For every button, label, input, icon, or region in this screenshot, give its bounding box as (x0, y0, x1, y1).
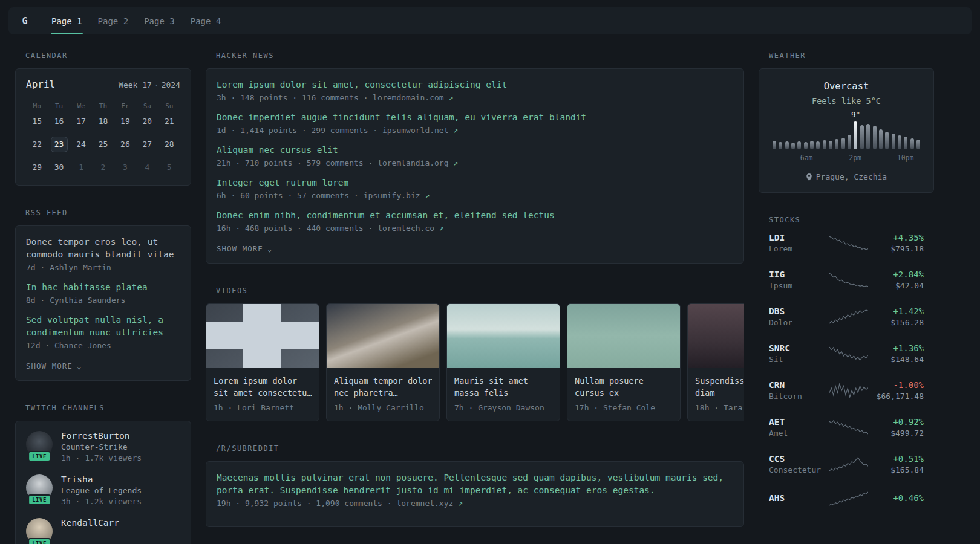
rss-item-meta: 12d · Chance Jones (26, 341, 180, 350)
twitch-channel[interactable]: LIVE Trisha League of Legends 3h · 1.2k … (26, 474, 180, 506)
hacker-news-item: Aliquam nec cursus elit 21h · 710 points… (217, 144, 733, 167)
stock-row[interactable]: DBS Dolor +1.42% $156.28 (769, 306, 924, 327)
stock-values: +1.42% $156.28 (868, 306, 924, 327)
calendar-day-cell: 17 (73, 114, 90, 129)
channel-meta: 3h · 1.2k viewers (61, 497, 142, 506)
weather-bar (773, 141, 776, 149)
stock-row[interactable]: CCS Consectetur +0.51% $165.84 (769, 454, 924, 474)
stock-identity: LDI Lorem (769, 233, 829, 253)
top-nav-bar: G Page 1 Page 2 Page 3 Page 4 (8, 7, 972, 34)
stock-row[interactable]: IIG Ipsum +2.84% $42.04 (769, 270, 924, 290)
weather-bar (892, 134, 895, 149)
stock-row[interactable]: AET Amet +0.92% $499.72 (769, 417, 924, 438)
stock-ticker: CRN (769, 380, 829, 390)
calendar-day-cell: 16 (51, 114, 68, 129)
stock-sparkline (829, 491, 868, 507)
item-source-link[interactable]: loremdomain.com (373, 93, 443, 102)
page-tab[interactable]: Page 1 (44, 7, 90, 34)
item-source-link[interactable]: loremtech.co (377, 224, 434, 233)
show-more-button[interactable]: SHOW MORE ⌄ (26, 361, 82, 371)
calendar-day-cell: 27 (139, 137, 155, 152)
calendar-month: April (26, 79, 55, 90)
stock-price: $499.72 (868, 429, 924, 438)
stock-row[interactable]: AHS +0.46% (769, 491, 924, 507)
item-source-link[interactable]: loremnet.xyz (396, 499, 453, 508)
calendar-day-cell: 15 (28, 114, 45, 129)
weather-widget-header: WEATHER (769, 51, 934, 60)
item-meta-text: 3h · 148 points · 116 comments · (217, 93, 373, 102)
channel-avatar: LIVE (26, 431, 53, 458)
stock-identity: AHS (769, 493, 829, 505)
stock-change: +0.46% (868, 493, 924, 503)
rss-item-list: Donec tempor eros leo, ut commodo mauris… (26, 236, 180, 350)
live-badge: LIVE (28, 451, 51, 462)
weather-bar (816, 141, 820, 149)
item-source-link[interactable]: ipsumify.biz (364, 191, 420, 200)
stock-row[interactable]: LDI Lorem +4.35% $795.18 (769, 233, 924, 253)
hacker-news-item-title[interactable]: Donec enim nibh, condimentum et accumsan… (217, 209, 733, 222)
stock-ticker: SNRC (769, 343, 829, 353)
rss-item-title[interactable]: Donec tempor eros leo, ut commodo mauris… (26, 236, 180, 261)
weather-widget: WEATHER Overcast Feels like 5°C 9° 6am 2… (759, 51, 934, 193)
hacker-news-item-title[interactable]: Integer eget rutrum lorem (217, 176, 733, 189)
page-tab[interactable]: Page 2 (90, 7, 137, 34)
calendar-day-cell: 1 (73, 160, 90, 175)
time-label: 10pm (897, 154, 914, 162)
stock-price: $66,171.48 (868, 392, 924, 401)
stock-change: +1.42% (868, 306, 924, 316)
video-meta: 1h · Lori Barnett (214, 403, 312, 412)
rss-item-meta: 7d · Ashlyn Martin (26, 263, 180, 272)
video-card[interactable]: Mauris sit amet massa felis 7h · Grayson… (446, 303, 560, 421)
calendar-day-cell: 19 (117, 114, 134, 129)
show-more-button[interactable]: SHOW MORE ⌄ (217, 244, 273, 253)
item-source-link[interactable]: ipsumworld.net (382, 126, 449, 135)
subreddit-item-title[interactable]: Maecenas mollis pulvinar erat non posuer… (217, 471, 733, 497)
hacker-news-item-title[interactable]: Lorem ipsum dolor sit amet, consectetur … (217, 79, 733, 91)
channel-avatar: LIVE (26, 474, 53, 501)
video-thumbnail (567, 304, 680, 368)
page-tab[interactable]: Page 3 (136, 7, 183, 34)
channel-name: Trisha (61, 474, 142, 484)
hacker-news-widget-header: HACKER NEWS (216, 51, 744, 60)
stock-row[interactable]: CRN Bitcorn -1.00% $66,171.48 (769, 380, 924, 401)
stock-row[interactable]: SNRC Sit +1.36% $148.64 (769, 343, 924, 364)
hacker-news-item-meta: 3h · 148 points · 116 comments · loremdo… (217, 93, 733, 102)
video-card[interactable]: Aliquam tempor dolor nec pharetra… 1h · … (326, 303, 440, 421)
stock-change: +4.35% (868, 233, 924, 242)
time-label: 6am (800, 154, 813, 162)
hacker-news-item-title[interactable]: Aliquam nec cursus elit (217, 144, 733, 157)
stock-identity: SNRC Sit (769, 343, 829, 364)
page-tab[interactable]: Page 4 (183, 7, 229, 34)
app-logo[interactable]: G (16, 12, 34, 30)
stock-name: Amet (769, 429, 829, 438)
twitch-card: LIVE ForrestBurton Counter-Strike 1h · 1… (15, 421, 191, 544)
weather-condition: Overcast (769, 81, 924, 92)
rss-item-title[interactable]: In hac habitasse platea (26, 281, 180, 294)
hacker-news-item-title[interactable]: Donec imperdiet augue tincidunt felis al… (217, 111, 733, 124)
weather-bar (879, 129, 883, 149)
rss-item-title[interactable]: Sed volutpat nulla nisl, a condimentum n… (26, 314, 180, 339)
video-card[interactable]: Lorem ipsum dolor sit amet consectetu… 1… (206, 303, 319, 421)
calendar-weekday: Th (92, 102, 114, 110)
twitch-channel[interactable]: LIVE ForrestBurton Counter-Strike 1h · 1… (26, 431, 180, 462)
calendar-day-cell: 25 (94, 137, 111, 152)
twitch-channel[interactable]: LIVE KendallCarr (26, 518, 180, 544)
item-source-link[interactable]: loremlandia.org (377, 158, 448, 167)
video-card[interactable]: Nullam posuere cursus ex 17h · Stefan Co… (567, 303, 681, 421)
weather-current-temp: 9° (851, 110, 860, 119)
video-title: Aliquam tempor dolor nec pharetra… (334, 375, 432, 399)
video-meta: 18h · Tara (695, 403, 744, 412)
hacker-news-item-meta: 6h · 60 points · 57 comments · ipsumify.… (217, 191, 733, 200)
stock-name: Bitcorn (769, 392, 829, 401)
page-tab-label: Page 4 (191, 16, 221, 26)
calendar-day-cell: 4 (139, 160, 155, 175)
weather-bar (779, 142, 782, 149)
item-meta-text: 16h · 468 points · 440 comments · (217, 224, 377, 233)
channel-info: Trisha League of Legends 3h · 1.2k viewe… (61, 474, 142, 506)
weather-feels-like: Feels like 5°C (769, 96, 924, 106)
video-card[interactable]: Suspendisse ante diam 18h · Tara (687, 303, 744, 421)
calendar-day-grid: 15 16 17 18 19 20 21 22 (26, 110, 180, 175)
location-pin-icon (806, 173, 812, 181)
calendar-day-cell: 21 (161, 114, 178, 129)
calendar-weekday: Sa (136, 102, 158, 110)
